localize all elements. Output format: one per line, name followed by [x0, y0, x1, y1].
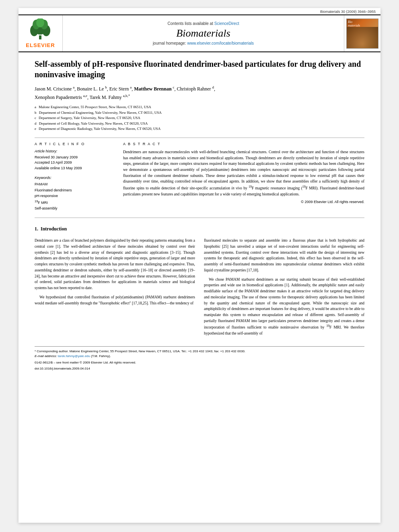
journal-cover-image: Biomaterials	[346, 18, 378, 49]
article-info-abstract: A R T I C L E I N F O Article history: R…	[35, 142, 364, 211]
intro-col-left: Dendrimers are a class of branched polym…	[35, 238, 195, 340]
affiliation-e: e Department of Diagnostic Radiology, Ya…	[35, 126, 364, 132]
journal-homepage: journal homepage: www.elsevier.com/locat…	[153, 41, 254, 45]
accepted-date: Accepted 13 April 2009	[35, 160, 115, 166]
keyword-fluorinated: Fluorinated dendrimers	[35, 187, 115, 193]
doi-line: 0142-9612/$ – see front matter © 2009 El…	[35, 361, 364, 364]
abstract-col: A B S T R A C T Dendrimers are nanoscale…	[123, 142, 364, 211]
article-content: Self-assembly of pH-responsive fluorinat…	[19, 52, 380, 378]
abstract-text: Dendrimers are nanoscale macromolecules …	[123, 149, 364, 197]
journal-center: Contents lists available at ScienceDirec…	[63, 15, 344, 51]
affiliation-a: a Malone Engineering Center, 55 Prospect…	[35, 105, 364, 110]
keyword-pamam: PAMAM	[35, 181, 115, 187]
keywords-section: Keywords: PAMAM Fluorinated dendrimers p…	[35, 176, 115, 211]
article-title: Self-assembly of pH-responsive fluorinat…	[35, 59, 364, 80]
footnote-star: * Corresponding author. Malone Engineeri…	[35, 349, 364, 354]
journal-title: Biomaterials	[176, 27, 230, 39]
svg-rect-0	[39, 35, 41, 39]
authors-line: Jason M. Criscione a, Bonaire L. Le b, E…	[35, 84, 364, 101]
introduction-section: 1. Introduction Dendrimers are a class o…	[35, 226, 364, 340]
affiliation-d: d Department of Cell Biology, Yale Unive…	[35, 121, 364, 127]
elsevier-logo-section: ELSEVIER	[19, 15, 63, 51]
affiliation-c: c Department of Surgery, Yale University…	[35, 115, 364, 121]
affiliations: a Malone Engineering Center, 55 Prospect…	[35, 105, 364, 132]
keywords-label: Keywords:	[35, 176, 115, 180]
divider-2	[35, 218, 364, 218]
intro-text-right: fluorinated molecules to separate and as…	[204, 238, 364, 337]
elsevier-brand: ELSEVIER	[26, 42, 55, 48]
keyword-ph: pH-responsive	[35, 193, 115, 199]
elsevier-logo: ELSEVIER	[26, 18, 55, 48]
elsevier-tree-icon	[28, 18, 52, 41]
available-online-date: Available online 13 May 2009	[35, 166, 115, 171]
divider-1	[35, 138, 364, 138]
intro-text-left: Dendrimers are a class of branched polym…	[35, 238, 195, 306]
sciencedirect-line: Contents lists available at ScienceDirec…	[168, 21, 239, 26]
citation-bar: Biomaterials 30 (2009) 3946–3955	[19, 8, 380, 14]
intro-col-right: fluorinated molecules to separate and as…	[204, 238, 364, 340]
article-info-col: A R T I C L E I N F O Article history: R…	[35, 142, 115, 211]
footnote-section: * Corresponding author. Malone Engineeri…	[35, 346, 364, 358]
intro-body: Dendrimers are a class of branched polym…	[35, 238, 364, 340]
sciencedirect-link[interactable]: ScienceDirect	[214, 21, 239, 26]
received-date: Received 30 January 2009	[35, 155, 115, 160]
keyword-mri: 19F MRI	[35, 199, 115, 205]
copyright-line: © 2009 Elsevier Ltd. All rights reserved…	[123, 200, 364, 204]
history-label: Article history:	[35, 149, 115, 153]
journal-header: ELSEVIER Contents lists available at Sci…	[19, 14, 380, 52]
intro-title: 1. Introduction	[35, 226, 364, 232]
affiliation-b: b Department of Chemical Engineering, Ya…	[35, 110, 364, 116]
abstract-heading: A B S T R A C T	[123, 142, 364, 146]
keyword-selfassembly: Self-assembly	[35, 205, 115, 211]
homepage-link[interactable]: www.elsevier.com/locate/biomaterials	[187, 41, 254, 45]
article-page: Biomaterials 30 (2009) 3946–3955 ELSEVIE…	[19, 8, 380, 523]
journal-cover-section: Biomaterials	[344, 15, 380, 51]
footnote-email: E-mail address: tarek.fahmy@yale.edu (T.…	[35, 354, 364, 359]
article-info-heading: A R T I C L E I N F O	[35, 142, 115, 146]
citation-text: Biomaterials 30 (2009) 3946–3955	[320, 10, 376, 14]
doi: doi:10.1016/j.biomaterials.2009.04.014	[35, 367, 364, 370]
